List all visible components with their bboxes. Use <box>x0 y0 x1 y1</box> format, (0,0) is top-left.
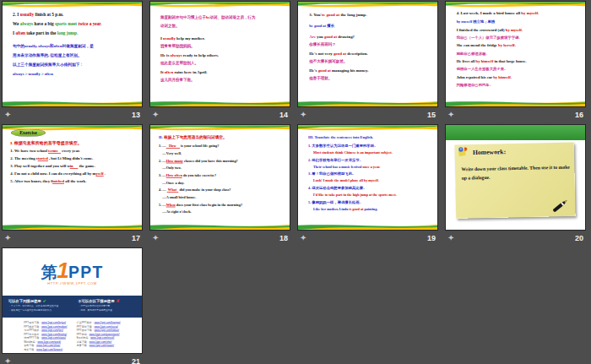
animation-star-icon[interactable]: ✦ <box>447 111 454 119</box>
slide-text-content: ExerciseI. 根据句意和所给的首字母提示填空。1. We have tw… <box>3 129 142 223</box>
text-segment: 我自己（一个人）做完了纵横填字字谜。 <box>457 35 523 40</box>
slide-text-line: It often rains here in April. <box>160 68 282 76</box>
text-segment: Most students think Chinese is an import… <box>313 150 393 155</box>
text-segment: tarted <box>38 156 48 161</box>
text-segment: 4. I'm not a child now. I can do everyth… <box>10 171 95 176</box>
slide-text-line: I. 根据句意和所给的首字母提示填空。 <box>10 139 135 147</box>
slide-thumbnail-21[interactable]: 第1PPTHTTP://WWW.1PPT.COM可以在下列情况使用✔→ 个人学习… <box>3 248 142 353</box>
slide-top-swoosh-decoration <box>446 2 585 9</box>
text-segment: always <box>171 52 182 57</box>
footer-link-label: 范文下载： <box>24 348 36 350</box>
text-segment: have a big <box>33 22 55 27</box>
ppt-logo: 第1PPT <box>3 258 142 284</box>
animation-star-icon[interactable]: ✦ <box>300 111 306 119</box>
footer-link-label: PPT模板下载： <box>24 325 41 328</box>
text-segment: 3. You <box>309 13 320 17</box>
animation-star-icon[interactable]: ✦ <box>300 234 306 242</box>
exercise-badge: Exercise <box>11 129 46 137</box>
text-segment: painting. <box>363 207 377 211</box>
footer-link-url: www.1ppt.com/beijing/ <box>41 333 67 335</box>
logo-ppt-letters: PPT <box>68 263 104 281</box>
slide-thumbnail-17[interactable]: ExerciseI. 根据句意和所给的首字母提示填空。1. We have tw… <box>3 125 142 230</box>
text-segment: by myself. <box>506 28 523 32</box>
slide-text-line: Like her mother, Linda is good at painti… <box>313 205 431 212</box>
slide-text-line: 1. 大多数学生认为汉语是一门重要的学科。 <box>308 142 431 149</box>
animation-star-icon[interactable]: ✦ <box>4 357 11 364</box>
text-segment: by himself. <box>493 75 512 79</box>
text-segment: 他总是乐意帮助别人。 <box>160 61 198 65</box>
text-segment: Look! I made the model plane all by myse… <box>313 179 379 183</box>
slide-thumbnail-15[interactable]: 3. You're good at the long jump.be good … <box>298 2 437 106</box>
slide-text-line: 3. —How often do you take exercise? <box>159 171 284 179</box>
slide-thumbnail-20[interactable]: Homework:Write down your class timetable… <box>446 125 585 230</box>
slide-thumbnail-13[interactable]: 2. I usually finish at 5 p.m.We always h… <box>3 2 142 106</box>
animation-star-icon[interactable]: ✦ <box>447 234 454 242</box>
text-segment: inished <box>52 179 64 184</box>
text-segment: the game. <box>78 164 95 168</box>
slide-text-line: 他独自一人住在那栋大房子里。 <box>457 65 578 73</box>
animation-star-icon[interactable]: ✦ <box>152 234 159 242</box>
usage-allowed-title: 可以在下列情况使用✔ <box>8 298 68 303</box>
slide-thumbnail-19[interactable]: III. Translate the sentences into Englis… <box>298 125 437 230</box>
footer-link-url: www.1ppt.com/sucai/ <box>95 325 118 328</box>
slide-text-content: 4. Last week, I made a bird house all by… <box>446 9 585 100</box>
slide-text-line: be good at 擅长 <box>309 21 430 30</box>
slide-bottom-swoosh-decoration <box>150 222 290 230</box>
text-segment: usually <box>163 35 176 40</box>
text-segment: the long jump. <box>339 13 366 17</box>
footer-link-row: 范文下载：www.1ppt.com/fanwen/ <box>24 348 67 352</box>
slide-text-line: —Very well. <box>159 149 284 157</box>
homework-title: Homework: <box>473 149 506 156</box>
slide-text-line: —Only two. <box>159 165 284 172</box>
slide-thumbnail-18[interactable]: II. 根据上下句意用适当的疑问词填空。1. — How is your sch… <box>150 125 290 230</box>
homework-green-band <box>446 125 585 140</box>
text-segment: is your school life going? <box>180 144 220 148</box>
text-segment: 动词之前。 <box>160 24 180 28</box>
text-segment: every year. <box>61 149 80 153</box>
footer-link-url: www.1ppt.com/excel/ <box>90 336 114 339</box>
slide-text-line: 4. Last week, I made a bird house all by… <box>457 9 578 17</box>
text-segment: 3. — <box>159 173 166 177</box>
slide-surface: 2. I usually finish at 5 p.m.We always h… <box>3 2 142 106</box>
slide-text-line: Are you good at drawing? <box>309 32 430 41</box>
slide-text-line: III. Translate the sentences into Englis… <box>308 133 431 140</box>
text-segment: —At eight o'clock. <box>159 209 192 214</box>
slide-number: 18 <box>279 234 288 242</box>
animation-star-icon[interactable]: ✦ <box>152 111 159 119</box>
homework-note: Homework:Write down your class timetable… <box>454 143 575 219</box>
slide-text-line: —Once a day. <box>159 179 284 187</box>
text-segment: How <box>166 144 180 149</box>
text-segment: I. 根据句意和所给的首字母提示填空。 <box>10 141 81 145</box>
slide-number: 13 <box>132 111 140 119</box>
slide-text-line: —At eight o'clock. <box>159 209 284 216</box>
exercise-badge-row: Exercise <box>10 129 135 140</box>
slide-meta-row: ✦19 <box>298 231 437 245</box>
slide-top-swoosh-decoration <box>150 125 290 133</box>
slide-text-line: 5. After two hours, they finished all th… <box>10 177 135 185</box>
slide-meta-row: ✦15 <box>298 108 437 122</box>
text-segment: by herself. <box>498 43 516 47</box>
text-segment: once a year. <box>362 165 380 169</box>
animation-star-icon[interactable]: ✦ <box>4 234 11 242</box>
text-segment: classes did you have this morning? <box>183 159 238 163</box>
text-segment: 5. After two hours, they f <box>10 179 52 183</box>
text-segment: long jump. <box>57 31 79 36</box>
footer-links-column-left: PPT课件下载：www.1ppt.com/kejian/PPT模板下载：www.… <box>24 321 67 351</box>
slide-number: 19 <box>427 234 436 242</box>
slide-text-line: 动词之前。 <box>160 21 282 30</box>
footer-link-url: www.1ppt.com/word/ <box>37 340 61 343</box>
text-segment: you <box>316 34 324 38</box>
animation-star-icon[interactable]: ✦ <box>4 111 11 119</box>
slide-thumbnail-16[interactable]: 4. Last week, I made a bird house all by… <box>446 2 585 106</box>
text-segment: 2. I <box>13 13 20 18</box>
slide-sorter-canvas: 2. I usually finish at 5 p.m.We always h… <box>0 0 591 364</box>
slide-surface: 第1PPTHTTP://WWW.1PPT.COM可以在下列情况使用✔→ 个人学习… <box>3 248 142 353</box>
logo-url-text: HTTP://WWW.1PPT.COM <box>3 281 142 285</box>
text-segment: He's not very <box>309 51 333 55</box>
slide-text-line: He's good at managing his money. <box>309 66 430 74</box>
text-segment: How often <box>166 173 182 178</box>
text-segment: 这儿四月份常下雨。 <box>160 78 195 82</box>
slide-surface: 4. Last week, I made a bird house all by… <box>446 2 585 106</box>
text-segment: 约翰修理自己的汽车。 <box>457 83 493 87</box>
slide-thumbnail-14[interactable]: 频度副词在句中习惯上位于be动词、助动词等之后，行为动词之前。I usually… <box>150 2 290 106</box>
